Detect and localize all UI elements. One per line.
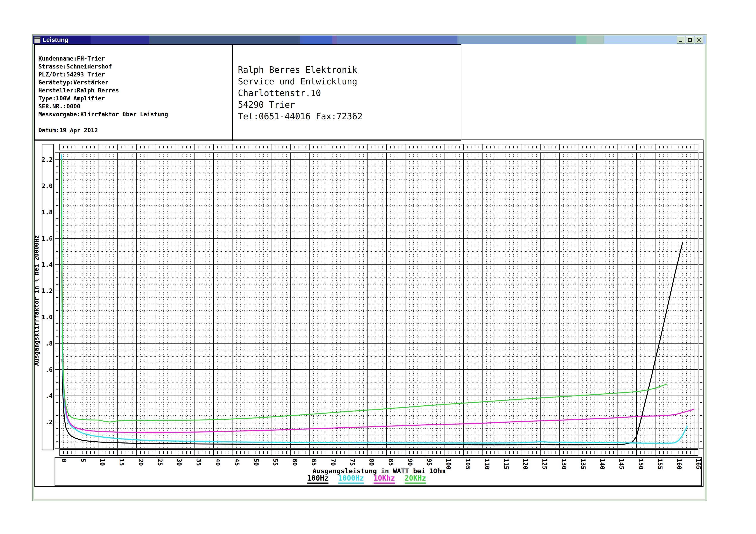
svg-text:1.4: 1.4 — [41, 261, 53, 268]
svg-text:105: 105 — [464, 459, 471, 470]
svg-text:95: 95 — [426, 459, 433, 466]
svg-text:150: 150 — [637, 459, 644, 470]
curve-1000Hz — [62, 154, 687, 443]
legend-label-10Khz: 10Khz — [373, 474, 395, 482]
svg-text:2.2: 2.2 — [41, 156, 53, 163]
svg-text:.6: .6 — [45, 366, 53, 373]
svg-text:125: 125 — [541, 459, 548, 470]
close-button[interactable] — [695, 36, 703, 43]
svg-text:135: 135 — [580, 459, 587, 470]
svg-text:70: 70 — [330, 459, 337, 466]
minimize-button[interactable] — [677, 36, 685, 43]
legend-swatch-20KHz — [405, 483, 426, 484]
svg-text:110: 110 — [483, 459, 491, 470]
svg-text:30: 30 — [176, 459, 183, 466]
legend-label-20KHz: 20KHz — [405, 474, 426, 482]
svg-text:1.8: 1.8 — [41, 209, 53, 216]
svg-text:100: 100 — [445, 459, 452, 470]
svg-text:1.6: 1.6 — [41, 235, 53, 242]
y-axis-title: Ausgangsklirrfaktor in % bei 20000Hz — [34, 235, 40, 366]
svg-text:155: 155 — [657, 459, 663, 470]
svg-text:5: 5 — [80, 459, 87, 462]
plot-grid — [60, 153, 698, 448]
svg-text:115: 115 — [502, 459, 510, 470]
svg-text:85: 85 — [387, 459, 394, 466]
legend-swatch-100Hz — [307, 483, 328, 484]
app-icon-bar — [35, 37, 40, 39]
distortion-chart: 2.22.01.81.61.41.21.0.8.6.4.205101520253… — [34, 44, 705, 499]
maximize-button[interactable] — [686, 36, 694, 43]
svg-text:75: 75 — [349, 459, 356, 466]
legend-swatch-10Khz — [373, 483, 395, 484]
curve-10Khz — [62, 271, 694, 433]
window-controls — [677, 36, 703, 43]
maximize-icon — [688, 38, 692, 42]
svg-text:80: 80 — [368, 459, 375, 466]
svg-text:140: 140 — [599, 459, 606, 470]
svg-text:15: 15 — [118, 459, 125, 466]
legend-label-1000Hz: 1000Hz — [338, 474, 364, 482]
y-tick-labels: 2.22.01.81.61.41.21.0.8.6.4.2 — [41, 156, 53, 426]
svg-text:25: 25 — [156, 459, 164, 466]
svg-text:10: 10 — [99, 459, 106, 466]
data-curves — [62, 154, 694, 445]
svg-text:130: 130 — [560, 459, 567, 470]
svg-text:.4: .4 — [45, 392, 53, 399]
legend-swatch-1000Hz — [338, 483, 364, 484]
svg-text:65: 65 — [310, 459, 317, 466]
page: Leistung Kundenname:FH-Trier Strasse:Sch… — [0, 0, 756, 534]
svg-text:40: 40 — [214, 459, 221, 466]
title-bar[interactable]: Leistung — [33, 36, 706, 44]
svg-text:1.2: 1.2 — [41, 287, 53, 294]
chart-frames — [35, 140, 703, 487]
svg-text:90: 90 — [406, 459, 414, 466]
svg-text:120: 120 — [522, 459, 529, 470]
svg-text:60: 60 — [291, 459, 298, 466]
chart-legend: 100Hz1000Hz10Khz20KHz — [307, 474, 426, 484]
window-content: Kundenname:FH-Trier Strasse:Schneidersho… — [34, 44, 705, 499]
svg-text:35: 35 — [195, 459, 202, 466]
app-icon — [34, 37, 40, 43]
svg-text:50: 50 — [253, 459, 260, 466]
svg-text:45: 45 — [233, 459, 240, 466]
app-window: Leistung Kundenname:FH-Trier Strasse:Sch… — [32, 35, 707, 501]
window-title: Leistung — [42, 37, 68, 43]
curve-100Hz — [62, 242, 683, 445]
svg-text:145: 145 — [618, 459, 625, 470]
svg-text:20: 20 — [137, 459, 145, 466]
svg-text:0: 0 — [60, 459, 68, 462]
x-axis-title: Ausgangsleistung in WATT bei 1Ohm — [312, 467, 445, 475]
legend-label-100Hz: 100Hz — [307, 474, 328, 482]
minimize-icon — [679, 41, 682, 42]
svg-text:.2: .2 — [45, 419, 53, 426]
svg-text:2.0: 2.0 — [41, 183, 53, 190]
svg-text:55: 55 — [272, 459, 279, 466]
svg-text:1.0: 1.0 — [41, 314, 53, 321]
svg-text:160: 160 — [676, 459, 683, 470]
svg-text:.8: .8 — [45, 340, 53, 347]
svg-text:165: 165 — [695, 459, 702, 470]
